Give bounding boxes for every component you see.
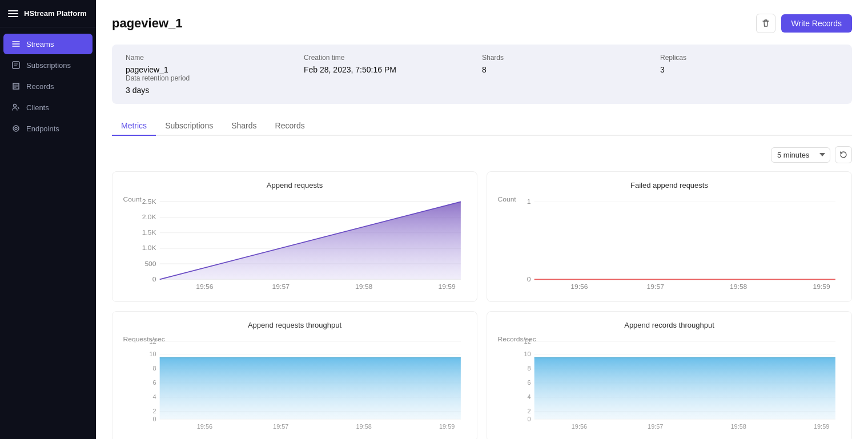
main-content: pageview_1 Write Records Name pageview_1… bbox=[96, 0, 868, 439]
sidebar-item-streams[interactable]: Streams bbox=[3, 34, 93, 54]
svg-text:6: 6 bbox=[153, 380, 156, 386]
svg-text:19:57: 19:57 bbox=[273, 424, 288, 430]
failed-requests-svg: Count 1 0 19:56 19:57 19:58 19:59 bbox=[496, 195, 842, 292]
svg-text:4: 4 bbox=[528, 394, 531, 401]
tab-metrics[interactable]: Metrics bbox=[112, 116, 156, 136]
svg-text:10: 10 bbox=[149, 351, 156, 358]
replicas-label: Replicas bbox=[660, 54, 838, 62]
menu-icon[interactable] bbox=[8, 10, 18, 17]
records-icon bbox=[11, 82, 21, 91]
svg-text:8: 8 bbox=[528, 365, 531, 372]
shards-label: Shards bbox=[482, 54, 660, 62]
svg-text:19:57: 19:57 bbox=[648, 424, 663, 430]
info-col-retention: Data retention period 3 days bbox=[126, 74, 304, 95]
svg-point-1 bbox=[14, 104, 17, 107]
svg-text:19:56: 19:56 bbox=[570, 283, 588, 291]
svg-text:8: 8 bbox=[153, 365, 156, 372]
delete-button[interactable] bbox=[756, 14, 775, 33]
svg-text:12: 12 bbox=[524, 338, 531, 345]
sidebar-item-clients-label: Clients bbox=[26, 103, 49, 112]
sidebar-item-subscriptions[interactable]: Subscriptions bbox=[3, 55, 93, 75]
append-records-throughput-area: Records/sec 12 10 8 6 4 2 0 bbox=[496, 335, 842, 432]
failed-append-requests-chart-area: Count 1 0 19:56 19:57 19:58 19:59 bbox=[496, 195, 842, 292]
charts-row-1: Append requests Count 2.5K 2.0K 1.5K 1.0… bbox=[112, 171, 852, 302]
creation-time-value: Feb 28, 2023, 7:50:16 PM bbox=[304, 65, 482, 74]
time-range-select[interactable]: 5 minutes 1 minute 15 minutes 30 minutes… bbox=[771, 147, 830, 163]
creation-time-label: Creation time bbox=[304, 54, 482, 62]
sidebar-item-subscriptions-label: Subscriptions bbox=[26, 61, 71, 70]
svg-text:19:59: 19:59 bbox=[813, 283, 830, 291]
svg-text:19:59: 19:59 bbox=[439, 424, 455, 430]
retention-label: Data retention period bbox=[126, 74, 304, 82]
refresh-icon bbox=[839, 151, 847, 159]
append-requests-title: Append requests bbox=[122, 181, 468, 190]
header-actions: Write Records bbox=[756, 14, 852, 33]
svg-text:19:58: 19:58 bbox=[356, 424, 372, 430]
svg-text:6: 6 bbox=[528, 380, 531, 386]
append-requests-throughput-chart: Append requests throughput Requests/sec … bbox=[112, 311, 477, 439]
svg-text:1.5K: 1.5K bbox=[142, 229, 156, 236]
svg-text:0: 0 bbox=[152, 275, 156, 283]
failed-append-requests-chart: Failed append requests Count 1 0 19:56 1… bbox=[487, 171, 852, 302]
endpoints-icon bbox=[11, 124, 21, 133]
tab-subscriptions[interactable]: Subscriptions bbox=[156, 116, 222, 136]
svg-text:19:58: 19:58 bbox=[731, 424, 746, 430]
svg-text:0: 0 bbox=[527, 275, 531, 283]
replicas-value: 3 bbox=[660, 65, 838, 74]
append-requests-svg: Count 2.5K 2.0K 1.5K 1.0K 500 0 bbox=[122, 195, 468, 292]
tab-records[interactable]: Records bbox=[266, 116, 314, 136]
svg-text:1.0K: 1.0K bbox=[142, 244, 156, 252]
svg-text:19:58: 19:58 bbox=[355, 283, 373, 291]
app-title: HStream Platform bbox=[24, 9, 87, 18]
svg-marker-69 bbox=[535, 358, 835, 420]
sidebar-item-streams-label: Streams bbox=[26, 40, 54, 49]
svg-text:10: 10 bbox=[524, 351, 531, 358]
time-controls: 5 minutes 1 minute 15 minutes 30 minutes… bbox=[112, 146, 852, 163]
info-col-replicas: Replicas 3 bbox=[660, 54, 838, 74]
name-value: pageview_1 bbox=[126, 65, 304, 74]
sidebar-header: HStream Platform bbox=[0, 0, 96, 27]
sidebar-nav: Streams Subscriptions Records bbox=[0, 27, 96, 439]
page-title: pageview_1 bbox=[112, 16, 183, 31]
svg-point-3 bbox=[13, 126, 19, 131]
svg-text:4: 4 bbox=[153, 394, 156, 401]
sidebar: HStream Platform Streams Subscriptions bbox=[0, 0, 96, 439]
svg-marker-48 bbox=[160, 358, 461, 420]
charts-row-2: Append requests throughput Requests/sec … bbox=[112, 311, 852, 439]
failed-append-requests-title: Failed append requests bbox=[496, 181, 842, 190]
info-col-shards: Shards 8 bbox=[482, 54, 660, 74]
sidebar-item-endpoints-label: Endpoints bbox=[26, 124, 59, 133]
svg-text:19:59: 19:59 bbox=[814, 424, 829, 430]
svg-text:0: 0 bbox=[153, 416, 156, 422]
svg-text:Count: Count bbox=[497, 196, 516, 203]
svg-text:2: 2 bbox=[528, 408, 531, 414]
append-requests-throughput-area: Requests/sec 12 10 8 6 4 2 0 bbox=[122, 335, 468, 432]
svg-text:19:56: 19:56 bbox=[196, 283, 213, 291]
subscriptions-icon bbox=[11, 61, 21, 70]
write-records-button[interactable]: Write Records bbox=[781, 14, 852, 33]
svg-text:19:58: 19:58 bbox=[730, 283, 748, 291]
streams-icon bbox=[11, 39, 21, 49]
sidebar-item-records-label: Records bbox=[26, 82, 54, 91]
sidebar-item-clients[interactable]: Clients bbox=[3, 97, 93, 118]
svg-text:19:56: 19:56 bbox=[197, 424, 212, 430]
svg-text:2: 2 bbox=[153, 408, 156, 414]
append-requests-chart: Append requests Count 2.5K 2.0K 1.5K 1.0… bbox=[112, 171, 477, 302]
svg-point-2 bbox=[15, 127, 17, 130]
retention-value: 3 days bbox=[126, 86, 304, 95]
tab-shards[interactable]: Shards bbox=[222, 116, 266, 136]
append-requests-throughput-title: Append requests throughput bbox=[122, 321, 468, 329]
svg-text:0: 0 bbox=[528, 416, 531, 422]
svg-text:19:56: 19:56 bbox=[572, 424, 587, 430]
refresh-button[interactable] bbox=[835, 146, 852, 163]
sidebar-item-endpoints[interactable]: Endpoints bbox=[3, 118, 93, 139]
sidebar-item-records[interactable]: Records bbox=[3, 76, 93, 96]
append-requests-chart-area: Count 2.5K 2.0K 1.5K 1.0K 500 0 bbox=[122, 195, 468, 292]
svg-rect-0 bbox=[13, 62, 19, 69]
page-header: pageview_1 Write Records bbox=[112, 14, 852, 33]
svg-text:1: 1 bbox=[527, 198, 531, 205]
name-label: Name bbox=[126, 54, 304, 62]
svg-text:2.0K: 2.0K bbox=[142, 213, 156, 220]
svg-text:19:57: 19:57 bbox=[647, 283, 664, 291]
svg-text:19:57: 19:57 bbox=[272, 283, 290, 291]
